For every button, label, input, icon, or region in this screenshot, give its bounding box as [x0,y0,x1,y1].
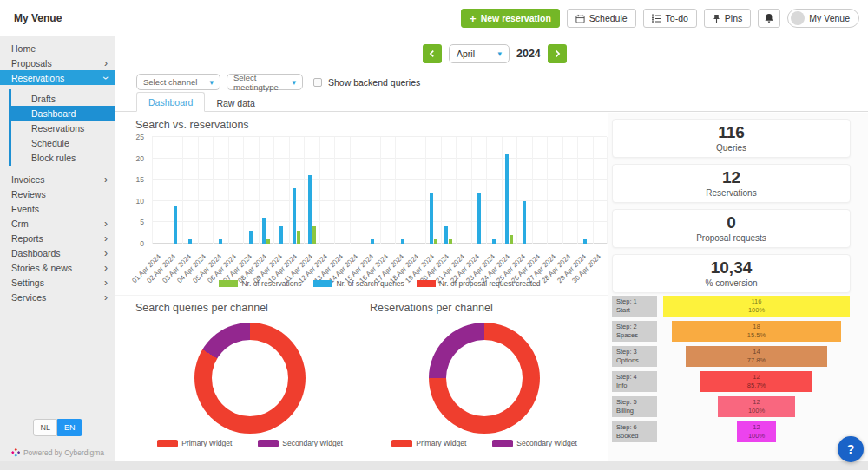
sidebar-item-label: Reviews [11,189,46,199]
legend-label: Primary Widget [416,439,466,447]
chevron-down-icon: ▾ [497,49,502,58]
sidebar-item-reports[interactable]: Reports› [0,231,115,245]
chevron-down-icon: ▾ [292,78,296,87]
y-axis-label: 5 [140,219,144,226]
powered-by-label: Powered by Cyberdigma [23,448,104,457]
year-label: 2024 [516,48,541,60]
funnel-step-label: Step: 2Spaces [612,321,657,342]
legend-item-secondary-widget[interactable]: Secondary Widget [492,439,576,447]
funnel-value: 12 [753,398,760,407]
legend-item-primary-widget[interactable]: Primary Widget [391,439,466,447]
header-actions: + New reservation Schedule To-do Pins [461,9,859,28]
chart-day-slot [168,137,183,244]
sidebar-item-label: Reservations [31,123,84,134]
meetingtype-select[interactable]: Select meetingtype ▾ [227,74,303,90]
bar-nr-of-reservations [449,239,452,244]
channel-select[interactable]: Select channel ▾ [136,74,220,90]
bar-nr-of-search-queries [523,201,526,244]
funnel-percent: 15.5% [747,331,766,340]
bar-nr-of-reservations [434,239,437,244]
funnel-step-info: Step: 4Info1285.7% [612,371,851,392]
previous-month-button[interactable] [423,44,442,63]
funnel-step-number: Step: 4 [616,373,653,382]
sidebar-item-invoices[interactable]: Invoices› [0,172,115,186]
y-axis: 0510152025 [128,137,148,244]
search-queries-donut-panel: Search queries per channel Primary Widge… [130,302,370,447]
legend-item-nr-of-search-queries[interactable]: Nr. of search queries [313,279,404,288]
schedule-button[interactable]: Schedule [567,9,636,28]
sidebar-item-block-rules[interactable]: Block rules [11,150,115,165]
show-backend-queries-checkbox[interactable] [313,78,322,87]
todo-button[interactable]: To-do [643,9,697,28]
legend-item-primary-widget[interactable]: Primary Widget [157,439,232,447]
sidebar-item-crm[interactable]: Crm› [0,216,115,231]
avatar [791,11,805,25]
search-queries-donut-chart [194,323,306,434]
y-axis-label: 10 [136,198,144,206]
bar-nr-of-search-queries [293,188,296,244]
new-reservation-label: New reservation [481,13,551,23]
legend-item-nr-of-proposal-request-created[interactable]: Nr. of proposal request created [417,279,541,288]
sidebar-item-schedule[interactable]: Schedule [11,135,115,150]
sidebar-item-home[interactable]: Home [0,41,115,55]
y-axis-label: 25 [136,134,144,141]
funnel-step-name: Options [616,356,653,365]
funnel-step-name: Booked [616,432,653,441]
legend-label: Nr. of reservations [241,279,301,288]
month-select[interactable]: April ▾ [449,44,510,63]
chart-day-slot [532,137,548,244]
sidebar-item-reviews[interactable]: Reviews [0,186,115,201]
next-month-button[interactable] [548,44,567,63]
chevron-right-icon: › [104,233,108,244]
sidebar-item-proposals[interactable]: Proposals› [0,55,115,70]
sidebar-item-label: Dashboard [31,108,76,119]
sidebar-item-drafts[interactable]: Drafts [11,91,115,106]
funnel-step-label: Step: 4Info [612,371,657,392]
sidebar-item-label: Invoices [11,174,45,185]
sidebar-item-stories-news[interactable]: Stories & news› [0,260,115,275]
sidebar-item-dashboard[interactable]: Dashboard [11,106,115,121]
x-axis: 01 Apr 202402 Apr 202403 Apr 202404 Apr … [152,246,608,279]
pins-button[interactable]: Pins [704,9,751,28]
chart-day-slot [365,137,380,244]
funnel-bar: 12100% [718,396,795,417]
tab-raw-data[interactable]: Raw data [205,94,266,112]
language-toggle: NL EN [0,419,115,436]
sidebar-item-events[interactable]: Events [0,201,115,216]
chevron-down-icon: › [101,76,111,80]
pins-label: Pins [725,13,742,23]
lang-nl-button[interactable]: NL [33,419,57,436]
chart-day-slot [259,137,274,244]
chart-day-slot [577,137,593,244]
funnel-step-number: Step: 6 [616,423,653,432]
legend-item-secondary-widget[interactable]: Secondary Widget [258,439,342,447]
chart-day-slot [152,137,168,244]
notifications-button[interactable] [758,9,780,28]
stat-label: Proposal requests [696,233,766,243]
new-reservation-button[interactable]: + New reservation [461,9,560,28]
account-menu-button[interactable]: My Venue [787,9,859,28]
chart-day-slot [289,137,305,244]
funnel-step-label: Step: 3Options [612,346,657,367]
chart-day-slot [502,137,517,244]
section-divider [115,295,608,296]
sidebar-item-label: Proposals [11,58,52,69]
funnel-track: 1815.5% [662,321,851,342]
legend-item-nr-of-reservations[interactable]: Nr. of reservations [219,279,301,288]
sidebar-item-settings[interactable]: Settings› [0,275,115,290]
help-button[interactable]: ? [838,436,864,462]
stats-panel: 116Queries12Reservations0Proposal reques… [612,119,851,299]
sidebar-item-reservations[interactable]: Reservations› [0,70,115,85]
lang-en-button[interactable]: EN [57,419,82,436]
legend-swatch [219,280,238,287]
cyberdigma-logo-icon [11,448,20,457]
y-axis-label: 15 [136,176,144,184]
sidebar-item-reservations[interactable]: Reservations [11,121,115,135]
sidebar-item-services[interactable]: Services› [0,290,115,304]
sidebar-item-dashboards[interactable]: Dashboards› [0,245,115,260]
bar-chart-legend: Nr. of reservationsNr. of search queries… [152,279,608,288]
tab-dashboard[interactable]: Dashboard [136,92,205,112]
top-header: My Venue + New reservation Schedule To-d… [0,0,868,36]
sidebar-item-label: Block rules [31,153,76,163]
powered-by: Powered by Cyberdigma [0,448,115,457]
